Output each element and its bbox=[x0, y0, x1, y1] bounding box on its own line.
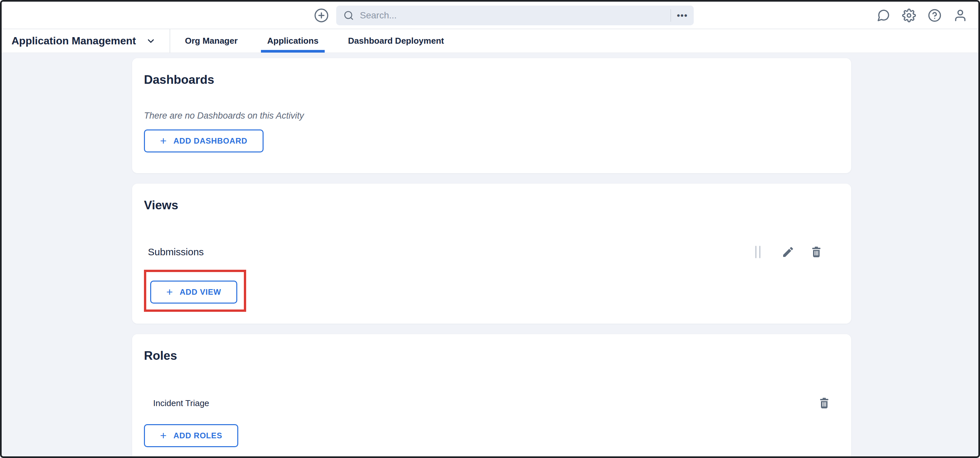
add-view-highlight-annotation: + ADD VIEW bbox=[144, 270, 246, 312]
tab-dashboard-deployment[interactable]: Dashboard Deployment bbox=[333, 29, 459, 52]
navbar: Application Management Org Manager Appli… bbox=[2, 29, 978, 53]
views-card: Views Submissions bbox=[132, 184, 851, 324]
dashboards-card: Dashboards There are no Dashboards on th… bbox=[132, 58, 851, 173]
active-tab-underline bbox=[261, 50, 325, 52]
tab-label: Dashboard Deployment bbox=[348, 36, 444, 46]
message-icon bbox=[877, 8, 890, 22]
tab-label: Org Manager bbox=[185, 36, 238, 46]
plus-circle-icon bbox=[314, 8, 329, 23]
app-window: ••• bbox=[0, 0, 980, 458]
add-view-label: ADD VIEW bbox=[180, 288, 221, 297]
role-row-incident-triage: Incident Triage bbox=[144, 394, 839, 412]
drag-handle-icon[interactable] bbox=[755, 246, 760, 258]
edit-view-button[interactable] bbox=[781, 245, 795, 259]
tab-org-manager[interactable]: Org Manager bbox=[170, 29, 252, 52]
dashboards-title: Dashboards bbox=[144, 73, 839, 87]
view-name: Submissions bbox=[144, 246, 204, 258]
tab-applications[interactable]: Applications bbox=[252, 29, 333, 52]
dashboards-empty-text: There are no Dashboards on this Activity bbox=[144, 111, 839, 121]
add-view-button[interactable]: + ADD VIEW bbox=[150, 281, 237, 304]
plus-icon: + bbox=[160, 135, 167, 146]
tab-label: Applications bbox=[267, 36, 318, 46]
plus-icon: + bbox=[166, 286, 173, 297]
roles-card: Roles Incident Triage bbox=[132, 334, 851, 458]
view-row-submissions: Submissions bbox=[144, 243, 839, 261]
add-dashboard-button[interactable]: + ADD DASHBOARD bbox=[144, 129, 264, 153]
plus-icon: + bbox=[160, 430, 167, 441]
add-roles-label: ADD ROLES bbox=[173, 431, 223, 440]
chat-button[interactable] bbox=[877, 8, 890, 22]
settings-button[interactable] bbox=[902, 8, 916, 22]
delete-role-button[interactable] bbox=[818, 396, 831, 410]
trash-icon bbox=[810, 245, 823, 259]
search-divider bbox=[670, 9, 671, 22]
help-icon bbox=[928, 8, 942, 22]
app-switcher-label: Application Management bbox=[11, 35, 136, 47]
app-switcher[interactable]: Application Management bbox=[2, 29, 170, 52]
delete-view-button[interactable] bbox=[810, 245, 823, 259]
add-roles-button[interactable]: + ADD ROLES bbox=[144, 424, 238, 447]
view-row-actions bbox=[755, 245, 823, 259]
search-more-button[interactable]: ••• bbox=[677, 11, 688, 21]
chevron-down-icon bbox=[146, 36, 156, 46]
topbar-actions bbox=[877, 2, 967, 29]
help-button[interactable] bbox=[928, 8, 942, 22]
add-dashboard-label: ADD DASHBOARD bbox=[173, 136, 247, 146]
topbar: ••• bbox=[2, 2, 978, 29]
add-new-button[interactable] bbox=[314, 8, 329, 23]
main-content: Dashboards There are no Dashboards on th… bbox=[2, 53, 978, 458]
trash-icon bbox=[818, 396, 831, 410]
views-title: Views bbox=[144, 198, 839, 213]
gear-icon bbox=[902, 8, 916, 22]
roles-title: Roles bbox=[144, 348, 839, 363]
user-icon bbox=[953, 8, 967, 22]
role-name: Incident Triage bbox=[144, 398, 209, 409]
profile-button[interactable] bbox=[953, 8, 967, 22]
search-icon bbox=[344, 10, 354, 21]
pencil-icon bbox=[781, 245, 795, 259]
search-bar[interactable]: ••• bbox=[336, 6, 694, 25]
tab-bar: Org Manager Applications Dashboard Deplo… bbox=[170, 29, 459, 52]
search-input[interactable] bbox=[359, 10, 670, 21]
topbar-center: ••• bbox=[314, 2, 694, 29]
